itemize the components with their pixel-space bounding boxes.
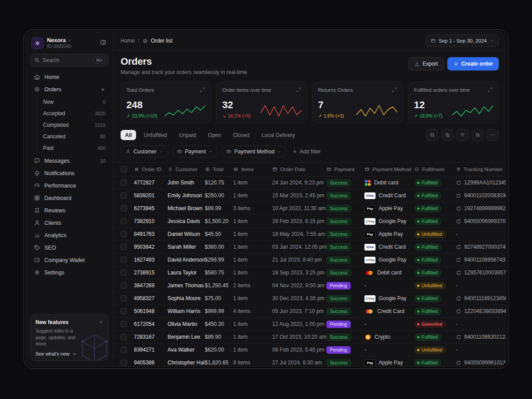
table-row[interactable]: 7382910Jessica Davis$1,500.201 item28 Fe… bbox=[113, 215, 506, 228]
column-header-order-date[interactable]: Order Date bbox=[272, 167, 326, 172]
collapse-sidebar-button[interactable] bbox=[98, 37, 108, 47]
sidebar-item-label: Messages bbox=[44, 158, 70, 164]
payment-status-badge: Success bbox=[326, 231, 351, 238]
sidebar-item-paid[interactable]: Paid400 bbox=[37, 142, 109, 154]
status-dot bbox=[417, 233, 419, 235]
row-checkbox[interactable] bbox=[121, 192, 127, 199]
column-header-payment-method[interactable]: Payment Method bbox=[364, 167, 414, 172]
order-id: 7382910 bbox=[134, 218, 168, 224]
expand-icon[interactable] bbox=[296, 87, 301, 93]
sidebar-item-canceled[interactable]: Canceled80 bbox=[37, 131, 109, 142]
filter-chip-payment[interactable]: Payment bbox=[172, 145, 218, 157]
table-row[interactable]: 8491763Daniel Wilson$45.501 item19 May 2… bbox=[113, 228, 506, 241]
column-header-fulfilment[interactable]: Fulfilment bbox=[414, 167, 456, 172]
order-total: $45.50 bbox=[205, 231, 233, 237]
row-checkbox[interactable] bbox=[121, 270, 127, 276]
tab-closed[interactable]: Closed bbox=[228, 130, 254, 140]
row-checkbox[interactable] bbox=[121, 360, 127, 366]
row-checkbox[interactable] bbox=[121, 257, 127, 263]
row-checkbox[interactable] bbox=[121, 295, 127, 301]
row-checkbox[interactable] bbox=[121, 321, 127, 327]
row-checkbox[interactable] bbox=[121, 180, 127, 186]
filter-chip-customer[interactable]: Customer bbox=[121, 145, 168, 157]
tabs-row: AllUnfulfilledUnpaidOpenClosedLocal Deli… bbox=[113, 123, 506, 145]
table-row[interactable]: 6273845Michael Brown$89.993 items10 Apr … bbox=[113, 202, 506, 215]
sidebar-item-home[interactable]: Home bbox=[31, 71, 109, 83]
home-icon bbox=[34, 74, 40, 80]
table-row[interactable]: 5061948William Harris$999.994 items05 Ju… bbox=[113, 305, 506, 318]
row-checkbox[interactable] bbox=[121, 244, 127, 250]
column-header-items[interactable]: Items bbox=[233, 167, 272, 172]
table-row[interactable]: 4772827John Smith$120.751 item24 Jun 202… bbox=[113, 176, 506, 189]
expand-icon[interactable] bbox=[200, 87, 205, 93]
sidebar-item-dashboard[interactable]: Dashboard bbox=[31, 192, 109, 204]
sidebar-item-messages[interactable]: Messages10 bbox=[31, 155, 109, 167]
brand-block[interactable]: Nexora ID: 6935145 bbox=[47, 37, 94, 49]
search-box[interactable]: ⌘K bbox=[31, 54, 109, 66]
filter-chip-payment-method[interactable]: Payment Method bbox=[221, 145, 286, 157]
search-button[interactable] bbox=[426, 129, 438, 141]
table-row[interactable]: 9503842Sarah Miller$360.001 item03 Jan 2… bbox=[113, 241, 506, 254]
create-order-button[interactable]: Create order bbox=[447, 57, 499, 70]
column-header-order-id[interactable]: Order ID bbox=[134, 167, 168, 172]
expand-icon[interactable] bbox=[391, 87, 397, 93]
stat-value: 12 bbox=[414, 100, 442, 110]
sparkline-chart bbox=[452, 102, 493, 117]
tab-open[interactable]: Open bbox=[203, 130, 225, 140]
sidebar-item-analytics[interactable]: Analytics bbox=[31, 229, 109, 241]
sidebar-item-company-wallet[interactable]: Company Wallet bbox=[31, 254, 109, 266]
export-button[interactable]: Export bbox=[408, 57, 444, 70]
sidebar-item-new[interactable]: New0 bbox=[37, 96, 109, 108]
plus-icon bbox=[292, 149, 297, 154]
table-row[interactable]: 6172054Olivia Martin$450.301 item12 Aug … bbox=[113, 318, 506, 331]
add-filter-button[interactable]: Add filter bbox=[290, 149, 323, 155]
row-checkbox[interactable] bbox=[121, 282, 127, 289]
sidebar-item-completed[interactable]: Completed1019 bbox=[37, 119, 109, 131]
sort-button[interactable] bbox=[472, 129, 484, 141]
tracking-number: 940011169123456785 bbox=[456, 295, 506, 301]
sidebar-item-clients[interactable]: Clients bbox=[31, 217, 109, 229]
table-row[interactable]: 3847269James Thomas$1,250.452 items04 No… bbox=[113, 279, 506, 292]
user-icon bbox=[125, 149, 131, 154]
tab-unpaid[interactable]: Unpaid bbox=[175, 130, 200, 140]
select-all-checkbox[interactable] bbox=[121, 166, 127, 172]
sidebar-item-orders[interactable]: Orders bbox=[31, 83, 109, 95]
sidebar-item-notifications[interactable]: Notifications bbox=[31, 167, 109, 179]
table-row[interactable]: 7283167Benjamin Lee$89.901 item17 Oct 20… bbox=[113, 331, 506, 344]
filter-button[interactable] bbox=[457, 129, 469, 141]
column-header-total[interactable]: Total bbox=[205, 167, 233, 172]
column-header-customer[interactable]: Customer bbox=[168, 167, 205, 172]
date-range-picker[interactable]: Sep 1 - Sep 30, 2024 bbox=[426, 35, 499, 47]
table-row[interactable]: 4958327Sophia Moore$75.001 item30 Dec 20… bbox=[113, 292, 506, 305]
column-header-tracking-number[interactable]: Tracking Number bbox=[456, 167, 506, 172]
order-date: 12 Aug 2022, 1:00 pm bbox=[272, 321, 326, 327]
table-row[interactable]: 9405386Christopher Hall$1,820.658 items2… bbox=[113, 356, 506, 366]
row-checkbox[interactable] bbox=[121, 308, 127, 314]
sidebar-item-performance[interactable]: Performance bbox=[31, 180, 109, 192]
more-button[interactable] bbox=[487, 129, 499, 141]
row-checkbox[interactable] bbox=[121, 347, 127, 353]
tab-local-delivery[interactable]: Local Delivery bbox=[257, 130, 299, 140]
expand-icon[interactable] bbox=[487, 87, 493, 93]
sliders-button[interactable] bbox=[442, 129, 454, 141]
tab-unfulfilled[interactable]: Unfulfilled bbox=[139, 130, 172, 140]
breadcrumb-home[interactable]: Home bbox=[121, 38, 135, 44]
tracking-icon bbox=[456, 206, 462, 211]
table-row[interactable]: 8394271Ava Walker$620.001 item08 Feb 202… bbox=[113, 344, 506, 356]
row-checkbox[interactable] bbox=[121, 231, 127, 237]
add-orders-button[interactable] bbox=[100, 87, 106, 92]
table-row[interactable]: 5839201Emily Johnson$250.001 item15 Mar … bbox=[113, 189, 506, 202]
table-row[interactable]: 1627493David Anderson$299.991 item21 Jul… bbox=[113, 254, 506, 266]
sidebar-item-reviews[interactable]: Reviews bbox=[31, 204, 109, 216]
sidebar-item-settings[interactable]: Settings bbox=[31, 266, 109, 278]
table-row[interactable]: 2738915Laura Taylor$580.751 item16 Sep 2… bbox=[113, 266, 506, 279]
row-checkbox[interactable] bbox=[121, 205, 127, 211]
row-checkbox[interactable] bbox=[121, 334, 127, 340]
tab-all[interactable]: All bbox=[121, 130, 136, 140]
sidebar-item-accepted[interactable]: Accepted3820 bbox=[37, 108, 109, 119]
close-promo-button[interactable] bbox=[99, 320, 104, 325]
column-header-payment[interactable]: Payment bbox=[326, 167, 364, 172]
sidebar-item-seo[interactable]: SEO bbox=[31, 242, 109, 254]
search-input[interactable] bbox=[43, 57, 91, 63]
row-checkbox[interactable] bbox=[121, 218, 127, 224]
